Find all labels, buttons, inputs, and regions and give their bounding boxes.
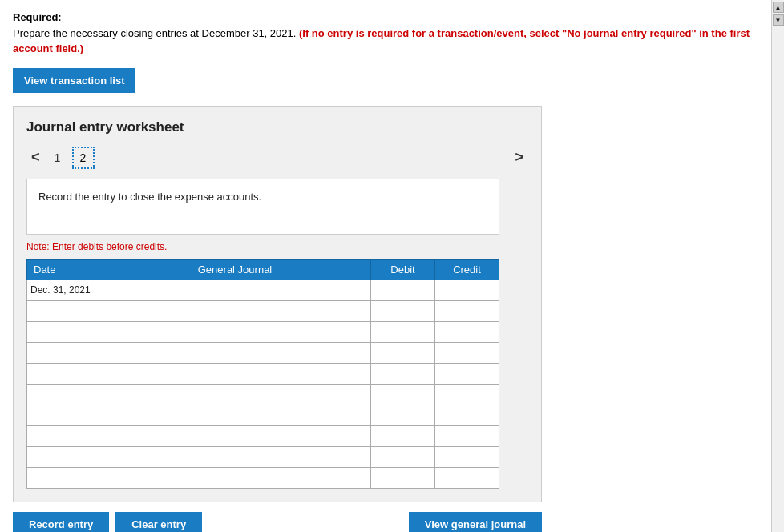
row7-journal[interactable] — [99, 405, 371, 425]
table-row — [27, 342, 499, 363]
row8-debit[interactable] — [371, 425, 435, 446]
row4-journal[interactable] — [99, 342, 371, 363]
row2-journal-input[interactable] — [103, 301, 367, 321]
row10-journal[interactable] — [99, 467, 371, 488]
row1-debit[interactable] — [371, 280, 435, 300]
row5-debit[interactable] — [371, 363, 435, 384]
nav-prev-arrow[interactable]: < — [26, 147, 45, 167]
row10-credit-input[interactable] — [438, 468, 495, 488]
row2-debit-input[interactable] — [374, 301, 431, 321]
row3-debit-input[interactable] — [374, 322, 431, 342]
row7-journal-input[interactable] — [103, 405, 367, 425]
row6-date — [27, 384, 99, 405]
table-row — [27, 363, 499, 384]
col-header-date: Date — [27, 259, 99, 280]
row2-date — [27, 300, 99, 321]
row8-debit-input[interactable] — [374, 426, 431, 446]
row8-credit-input[interactable] — [438, 426, 495, 446]
row10-date — [27, 467, 99, 488]
row10-debit[interactable] — [371, 467, 435, 488]
row7-credit[interactable] — [435, 405, 499, 425]
nav-next-arrow[interactable]: > — [510, 147, 528, 167]
row9-journal[interactable] — [99, 446, 371, 467]
table-row — [27, 446, 499, 467]
clear-entry-button[interactable]: Clear entry — [115, 512, 202, 533]
row5-date — [27, 363, 99, 384]
row6-journal[interactable] — [99, 384, 371, 405]
note-text: Note: Enter debits before credits. — [26, 241, 528, 252]
required-section: Required: Prepare the necessary closing … — [13, 10, 758, 57]
row5-journal[interactable] — [99, 363, 371, 384]
row7-date — [27, 405, 99, 425]
row9-debit-input[interactable] — [374, 447, 431, 467]
journal-table: Date General Journal Debit Credit Dec. 3… — [26, 259, 499, 489]
row6-debit-input[interactable] — [374, 385, 431, 405]
row1-credit-input[interactable] — [438, 280, 495, 300]
scrollbar-down-arrow[interactable]: ▼ — [773, 14, 784, 26]
row10-journal-input[interactable] — [103, 468, 367, 488]
row2-credit-input[interactable] — [438, 301, 495, 321]
table-row: Dec. 31, 2021 — [27, 280, 499, 300]
row6-credit[interactable] — [435, 384, 499, 405]
row3-journal-input[interactable] — [103, 322, 367, 342]
col-header-debit: Debit — [371, 259, 435, 280]
row8-journal-input[interactable] — [103, 426, 367, 446]
row5-credit-input[interactable] — [438, 364, 495, 384]
row6-credit-input[interactable] — [438, 385, 495, 405]
row9-credit[interactable] — [435, 446, 499, 467]
row4-debit-input[interactable] — [374, 343, 431, 363]
table-row — [27, 425, 499, 446]
view-general-journal-button[interactable]: View general journal — [409, 512, 542, 533]
row2-credit[interactable] — [435, 300, 499, 321]
row5-credit[interactable] — [435, 363, 499, 384]
row1-credit[interactable] — [435, 280, 499, 300]
view-transaction-button[interactable]: View transaction list — [13, 68, 135, 93]
row3-journal[interactable] — [99, 321, 371, 342]
nav-page-1[interactable]: 1 — [46, 147, 69, 169]
row10-debit-input[interactable] — [374, 468, 431, 488]
scrollbar-up-arrow[interactable]: ▲ — [773, 2, 784, 13]
row7-debit-input[interactable] — [374, 405, 431, 425]
nav-page-2[interactable]: 2 — [72, 147, 95, 169]
table-row — [27, 467, 499, 488]
table-row — [27, 384, 499, 405]
col-header-general-journal: General Journal — [99, 259, 371, 280]
row4-debit[interactable] — [371, 342, 435, 363]
col-header-credit: Credit — [435, 259, 499, 280]
bottom-buttons: Record entry Clear entry View general jo… — [13, 512, 542, 533]
row8-date — [27, 425, 99, 446]
row8-journal[interactable] — [99, 425, 371, 446]
row1-date: Dec. 31, 2021 — [27, 280, 99, 300]
row9-credit-input[interactable] — [438, 447, 495, 467]
row8-credit[interactable] — [435, 425, 499, 446]
row10-credit[interactable] — [435, 467, 499, 488]
row1-debit-input[interactable] — [374, 280, 431, 300]
row7-credit-input[interactable] — [438, 405, 495, 425]
nav-row: < 1 2 > — [26, 147, 528, 169]
row4-journal-input[interactable] — [103, 343, 367, 363]
scrollbar-track: ▲ ▼ — [771, 0, 784, 532]
row5-journal-input[interactable] — [103, 364, 367, 384]
row3-credit[interactable] — [435, 321, 499, 342]
row6-debit[interactable] — [371, 384, 435, 405]
row6-journal-input[interactable] — [103, 385, 367, 405]
row3-debit[interactable] — [371, 321, 435, 342]
record-entry-button[interactable]: Record entry — [13, 512, 109, 533]
row3-date — [27, 321, 99, 342]
row1-journal-input[interactable] — [103, 280, 367, 300]
row7-debit[interactable] — [371, 405, 435, 425]
row1-journal[interactable] — [99, 280, 371, 300]
row4-credit[interactable] — [435, 342, 499, 363]
row2-journal[interactable] — [99, 300, 371, 321]
row5-debit-input[interactable] — [374, 364, 431, 384]
required-label: Required: — [13, 11, 62, 23]
description-box: Record the entry to close the expense ac… — [26, 179, 499, 235]
table-row — [27, 321, 499, 342]
table-row — [27, 405, 499, 425]
row9-debit[interactable] — [371, 446, 435, 467]
table-row — [27, 300, 499, 321]
row4-credit-input[interactable] — [438, 343, 495, 363]
row2-debit[interactable] — [371, 300, 435, 321]
row3-credit-input[interactable] — [438, 322, 495, 342]
row9-journal-input[interactable] — [103, 447, 367, 467]
